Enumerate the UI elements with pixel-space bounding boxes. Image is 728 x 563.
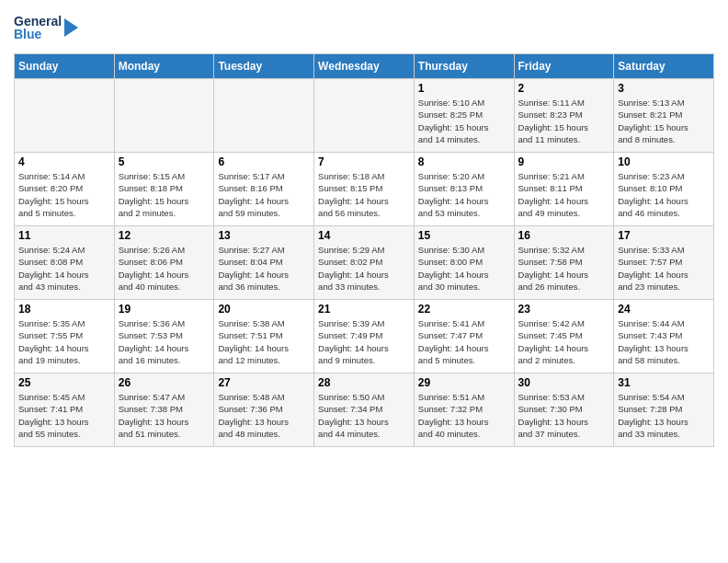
calendar-cell: 25Sunrise: 5:45 AM Sunset: 7:41 PM Dayli… [15, 373, 115, 447]
week-row-1: 1Sunrise: 5:10 AM Sunset: 8:25 PM Daylig… [15, 79, 714, 153]
day-number: 14 [318, 229, 410, 242]
calendar-cell: 10Sunrise: 5:23 AM Sunset: 8:10 PM Dayli… [614, 153, 714, 226]
calendar-cell: 31Sunrise: 5:54 AM Sunset: 7:28 PM Dayli… [614, 373, 714, 447]
calendar-cell: 26Sunrise: 5:47 AM Sunset: 7:38 PM Dayli… [114, 373, 214, 447]
day-number: 12 [119, 229, 210, 242]
day-info: Sunrise: 5:50 AM Sunset: 7:34 PM Dayligh… [318, 391, 410, 440]
day-number: 15 [418, 229, 510, 242]
day-info: Sunrise: 5:41 AM Sunset: 7:47 PM Dayligh… [418, 317, 510, 366]
calendar-cell: 5Sunrise: 5:15 AM Sunset: 8:18 PM Daylig… [114, 153, 214, 226]
header-day-tuesday: Tuesday [214, 54, 314, 79]
day-number: 13 [218, 229, 310, 242]
calendar-cell: 30Sunrise: 5:53 AM Sunset: 7:30 PM Dayli… [514, 373, 614, 447]
day-number: 20 [218, 303, 310, 316]
calendar-cell: 8Sunrise: 5:20 AM Sunset: 8:13 PM Daylig… [414, 153, 514, 226]
day-info: Sunrise: 5:42 AM Sunset: 7:45 PM Dayligh… [518, 317, 610, 366]
day-number: 18 [18, 303, 110, 316]
day-info: Sunrise: 5:18 AM Sunset: 8:15 PM Dayligh… [318, 170, 410, 219]
header-day-thursday: Thursday [414, 54, 514, 79]
calendar-cell: 13Sunrise: 5:27 AM Sunset: 8:04 PM Dayli… [214, 226, 314, 300]
day-info: Sunrise: 5:47 AM Sunset: 7:38 PM Dayligh… [119, 391, 210, 440]
day-info: Sunrise: 5:13 AM Sunset: 8:21 PM Dayligh… [618, 97, 710, 145]
day-number: 27 [218, 376, 310, 389]
calendar-cell: 20Sunrise: 5:38 AM Sunset: 7:51 PM Dayli… [214, 300, 314, 373]
day-info: Sunrise: 5:51 AM Sunset: 7:32 PM Dayligh… [418, 391, 510, 440]
day-info: Sunrise: 5:30 AM Sunset: 8:00 PM Dayligh… [418, 244, 510, 293]
day-number: 1 [418, 82, 510, 95]
calendar-cell: 17Sunrise: 5:33 AM Sunset: 7:57 PM Dayli… [614, 226, 714, 300]
day-info: Sunrise: 5:48 AM Sunset: 7:36 PM Dayligh… [218, 391, 310, 440]
day-info: Sunrise: 5:21 AM Sunset: 8:11 PM Dayligh… [518, 170, 610, 219]
day-number: 23 [518, 303, 610, 316]
calendar-table: SundayMondayTuesdayWednesdayThursdayFrid… [14, 53, 714, 447]
calendar-cell [114, 79, 214, 153]
calendar-cell: 7Sunrise: 5:18 AM Sunset: 8:15 PM Daylig… [314, 153, 415, 226]
calendar-cell: 28Sunrise: 5:50 AM Sunset: 7:34 PM Dayli… [314, 373, 415, 447]
day-info: Sunrise: 5:32 AM Sunset: 7:58 PM Dayligh… [518, 244, 610, 293]
day-number: 19 [119, 303, 210, 316]
day-info: Sunrise: 5:23 AM Sunset: 8:10 PM Dayligh… [618, 170, 710, 219]
day-info: Sunrise: 5:35 AM Sunset: 7:55 PM Dayligh… [18, 317, 110, 366]
day-info: Sunrise: 5:54 AM Sunset: 7:28 PM Dayligh… [618, 391, 710, 440]
calendar-cell [214, 79, 314, 153]
day-info: Sunrise: 5:10 AM Sunset: 8:25 PM Dayligh… [418, 97, 510, 145]
svg-marker-0 [64, 18, 78, 37]
day-number: 29 [418, 376, 510, 389]
day-info: Sunrise: 5:39 AM Sunset: 7:49 PM Dayligh… [318, 317, 410, 366]
header-day-wednesday: Wednesday [314, 54, 415, 79]
calendar-cell: 21Sunrise: 5:39 AM Sunset: 7:49 PM Dayli… [314, 300, 415, 373]
day-info: Sunrise: 5:24 AM Sunset: 8:08 PM Dayligh… [18, 244, 110, 293]
logo-svg: GeneralBlue [14, 9, 78, 46]
day-info: Sunrise: 5:14 AM Sunset: 8:20 PM Dayligh… [18, 170, 110, 219]
day-info: Sunrise: 5:53 AM Sunset: 7:30 PM Dayligh… [518, 391, 610, 440]
calendar-cell: 16Sunrise: 5:32 AM Sunset: 7:58 PM Dayli… [514, 226, 614, 300]
calendar-cell: 24Sunrise: 5:44 AM Sunset: 7:43 PM Dayli… [614, 300, 714, 373]
logo: GeneralBlue [14, 9, 78, 46]
day-number: 22 [418, 303, 510, 316]
calendar-cell: 29Sunrise: 5:51 AM Sunset: 7:32 PM Dayli… [414, 373, 514, 447]
calendar-cell: 19Sunrise: 5:36 AM Sunset: 7:53 PM Dayli… [114, 300, 214, 373]
day-number: 25 [18, 376, 110, 389]
day-info: Sunrise: 5:11 AM Sunset: 8:23 PM Dayligh… [518, 97, 610, 145]
day-number: 30 [518, 376, 610, 389]
day-number: 9 [518, 155, 610, 168]
calendar-cell: 11Sunrise: 5:24 AM Sunset: 8:08 PM Dayli… [15, 226, 115, 300]
week-row-2: 4Sunrise: 5:14 AM Sunset: 8:20 PM Daylig… [15, 153, 714, 226]
day-info: Sunrise: 5:44 AM Sunset: 7:43 PM Dayligh… [618, 317, 710, 366]
header-row: SundayMondayTuesdayWednesdayThursdayFrid… [15, 54, 714, 79]
day-info: Sunrise: 5:17 AM Sunset: 8:16 PM Dayligh… [218, 170, 310, 219]
week-row-5: 25Sunrise: 5:45 AM Sunset: 7:41 PM Dayli… [15, 373, 714, 447]
calendar-cell: 1Sunrise: 5:10 AM Sunset: 8:25 PM Daylig… [414, 79, 514, 153]
day-number: 21 [318, 303, 410, 316]
day-info: Sunrise: 5:20 AM Sunset: 8:13 PM Dayligh… [418, 170, 510, 219]
day-info: Sunrise: 5:29 AM Sunset: 8:02 PM Dayligh… [318, 244, 410, 293]
calendar-cell: 12Sunrise: 5:26 AM Sunset: 8:06 PM Dayli… [114, 226, 214, 300]
calendar-cell: 23Sunrise: 5:42 AM Sunset: 7:45 PM Dayli… [514, 300, 614, 373]
day-number: 7 [318, 155, 410, 168]
calendar-cell: 14Sunrise: 5:29 AM Sunset: 8:02 PM Dayli… [314, 226, 415, 300]
day-number: 4 [18, 155, 110, 168]
day-number: 5 [119, 155, 210, 168]
day-info: Sunrise: 5:45 AM Sunset: 7:41 PM Dayligh… [18, 391, 110, 440]
header-day-friday: Friday [514, 54, 614, 79]
day-info: Sunrise: 5:26 AM Sunset: 8:06 PM Dayligh… [119, 244, 210, 293]
header-day-saturday: Saturday [614, 54, 714, 79]
calendar-cell: 3Sunrise: 5:13 AM Sunset: 8:21 PM Daylig… [614, 79, 714, 153]
day-number: 10 [618, 155, 710, 168]
calendar-cell: 27Sunrise: 5:48 AM Sunset: 7:36 PM Dayli… [214, 373, 314, 447]
day-number: 17 [618, 229, 710, 242]
day-info: Sunrise: 5:36 AM Sunset: 7:53 PM Dayligh… [119, 317, 210, 366]
calendar-cell: 4Sunrise: 5:14 AM Sunset: 8:20 PM Daylig… [15, 153, 115, 226]
day-number: 28 [318, 376, 410, 389]
day-number: 26 [119, 376, 210, 389]
day-number: 16 [518, 229, 610, 242]
page-header: GeneralBlue [14, 9, 714, 46]
day-info: Sunrise: 5:38 AM Sunset: 7:51 PM Dayligh… [218, 317, 310, 366]
calendar-cell [314, 79, 415, 153]
day-number: 8 [418, 155, 510, 168]
calendar-cell: 22Sunrise: 5:41 AM Sunset: 7:47 PM Dayli… [414, 300, 514, 373]
day-number: 6 [218, 155, 310, 168]
day-number: 2 [518, 82, 610, 95]
week-row-3: 11Sunrise: 5:24 AM Sunset: 8:08 PM Dayli… [15, 226, 714, 300]
day-number: 24 [618, 303, 710, 316]
